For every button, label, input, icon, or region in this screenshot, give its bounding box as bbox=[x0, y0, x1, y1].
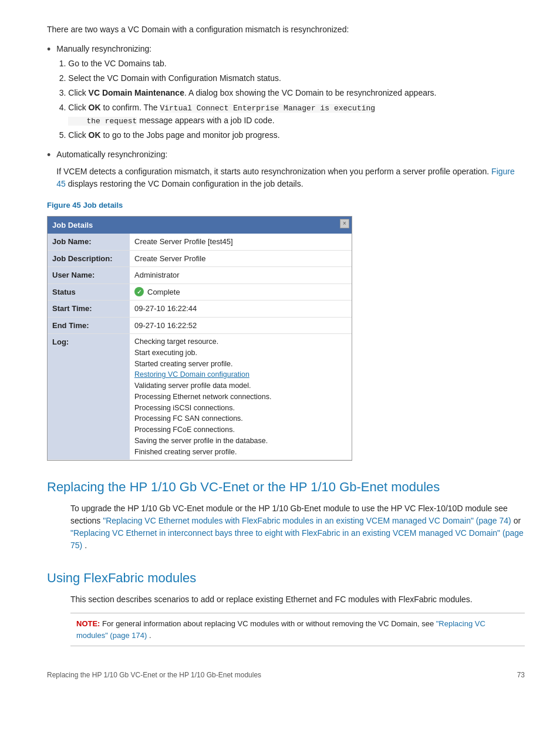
section1-end-text: . bbox=[85, 541, 87, 550]
dialog-header: Job Details bbox=[48, 217, 352, 234]
bullet-auto-content: Automatically resynchronizing: If VCEM d… bbox=[56, 148, 525, 190]
value-username: Administrator bbox=[130, 267, 352, 284]
step-2: Select the VC Domain with Configuration … bbox=[68, 72, 525, 85]
log-content: Checking target resource.Start executing… bbox=[134, 336, 347, 457]
note-end: . bbox=[149, 631, 151, 640]
job-details-dialog-wrapper: × Job Details Job Name: Create Server Pr… bbox=[47, 216, 352, 461]
log-restore-link[interactable]: Restoring VC Domain configuration bbox=[134, 370, 249, 379]
section2-body: This section describes scenarios to add … bbox=[70, 593, 525, 646]
bullet-auto: • Automatically resynchronizing: If VCEM… bbox=[47, 148, 525, 190]
job-details-table: Job Details Job Name: Create Server Prof… bbox=[48, 217, 352, 461]
section1-link2[interactable]: "Replacing VC Ethernet in interconnect b… bbox=[70, 528, 524, 550]
main-bullet-list: • Manually resynchronizing: Go to the VC… bbox=[47, 43, 525, 190]
bullet-manual-label: Manually resynchronizing: bbox=[56, 44, 151, 53]
status-complete-icon bbox=[134, 287, 144, 296]
step-5: Click OK to go to the Jobs page and moni… bbox=[68, 129, 525, 141]
value-starttime: 09-27-10 16:22:44 bbox=[130, 301, 352, 318]
label-log: Log: bbox=[48, 334, 130, 460]
section1-heading: Replacing the HP 1/10 Gb VC-Enet or the … bbox=[47, 477, 525, 497]
table-row-starttime: Start Time: 09-27-10 16:22:44 bbox=[48, 301, 352, 318]
bullet-manual: • Manually resynchronizing: Go to the VC… bbox=[47, 43, 525, 144]
value-jobdesc: Create Server Profile bbox=[130, 250, 352, 267]
bullet-auto-label: Automatically resynchronizing: bbox=[56, 150, 167, 159]
table-row-username: User Name: Administrator bbox=[48, 267, 352, 284]
auto-sync-text1: If VCEM detects a configuration mismatch… bbox=[56, 167, 489, 176]
section1-link1[interactable]: "Replacing VC Ethernet modules with Flex… bbox=[103, 516, 511, 525]
label-starttime: Start Time: bbox=[48, 301, 130, 318]
section1-or-text: or bbox=[514, 516, 521, 525]
page-footer: Replacing the HP 1/10 Gb VC-Enet or the … bbox=[47, 670, 525, 680]
value-endtime: 09-27-10 16:22:52 bbox=[130, 317, 352, 334]
status-complete-text: Complete bbox=[147, 286, 180, 298]
section1-para: To upgrade the HP 1/10 Gb VC-Enet module… bbox=[70, 502, 525, 552]
section2-heading: Using FlexFabric modules bbox=[47, 568, 525, 588]
footer-left: Replacing the HP 1/10 Gb VC-Enet or the … bbox=[47, 670, 261, 680]
status-complete-container: Complete bbox=[134, 286, 347, 298]
value-log: Checking target resource.Start executing… bbox=[130, 334, 352, 460]
step-1: Go to the VC Domains tab. bbox=[68, 58, 525, 70]
section1-body: To upgrade the HP 1/10 Gb VC-Enet module… bbox=[70, 502, 525, 552]
section2-para: This section describes scenarios to add … bbox=[70, 593, 525, 606]
bullet-dot-1: • bbox=[47, 42, 50, 58]
note-label: NOTE: bbox=[76, 619, 100, 628]
label-status: Status bbox=[48, 283, 130, 301]
auto-sync-para: If VCEM detects a configuration mismatch… bbox=[56, 166, 525, 190]
bullet-dot-2: • bbox=[47, 147, 50, 163]
step-4: Click OK to confirm. The Virtual Connect… bbox=[68, 102, 525, 127]
label-username: User Name: bbox=[48, 267, 130, 284]
value-jobname: Create Server Profile [test45] bbox=[130, 234, 352, 250]
value-status: Complete bbox=[130, 283, 352, 301]
table-row-jobname: Job Name: Create Server Profile [test45] bbox=[48, 234, 352, 250]
intro-paragraph: There are two ways a VC Domain with a co… bbox=[47, 23, 525, 36]
figure-caption: Figure 45 Job details bbox=[47, 200, 525, 211]
table-row-jobdesc: Job Description: Create Server Profile bbox=[48, 250, 352, 267]
close-button[interactable]: × bbox=[340, 219, 349, 228]
note-body: For general information about replacing … bbox=[102, 619, 436, 628]
step-3: Click VC Domain Maintenance. A dialog bo… bbox=[68, 87, 525, 99]
footer-right: 73 bbox=[517, 670, 525, 680]
auto-sync-text2: displays restoring the VC Domain configu… bbox=[68, 179, 303, 188]
bullet-manual-content: Manually resynchronizing: Go to the VC D… bbox=[56, 43, 525, 144]
label-jobname: Job Name: bbox=[48, 234, 130, 250]
label-jobdesc: Job Description: bbox=[48, 250, 130, 267]
table-row-status: Status Complete bbox=[48, 283, 352, 301]
note-box: NOTE: For general information about repl… bbox=[70, 613, 525, 646]
label-endtime: End Time: bbox=[48, 317, 130, 334]
table-row-log: Log: Checking target resource.Start exec… bbox=[48, 334, 352, 460]
manual-steps-list: Go to the VC Domains tab. Select the VC … bbox=[56, 58, 525, 141]
table-row-endtime: End Time: 09-27-10 16:22:52 bbox=[48, 317, 352, 334]
job-details-dialog: × Job Details Job Name: Create Server Pr… bbox=[47, 216, 352, 461]
